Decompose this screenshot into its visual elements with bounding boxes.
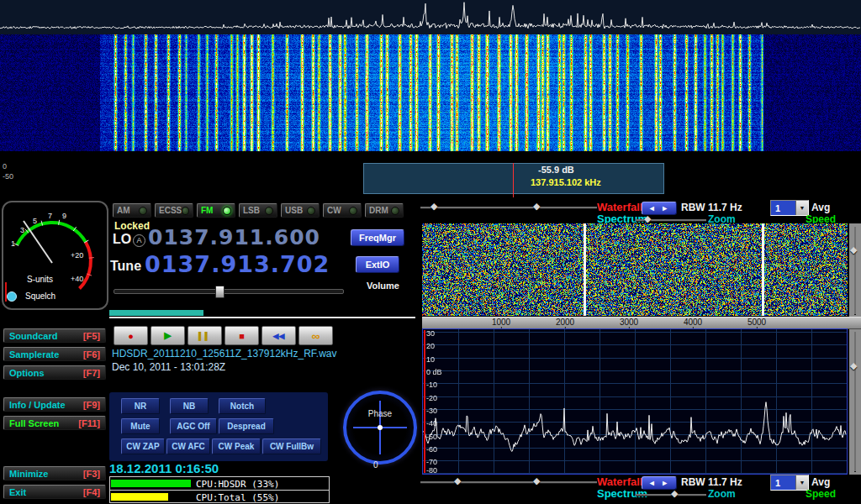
volume-slider[interactable] bbox=[114, 289, 344, 294]
lo-frequency-display[interactable]: 0137.911.600 bbox=[148, 225, 320, 249]
play-button[interactable]: ▶ bbox=[151, 326, 185, 345]
signal-level-bar bbox=[109, 310, 203, 316]
avg-select-value: 1 bbox=[771, 478, 795, 488]
locked-indicator: Locked bbox=[114, 220, 150, 232]
svg-text:1: 1 bbox=[11, 239, 15, 248]
lo-lock-badge[interactable]: A bbox=[133, 234, 145, 247]
info-update-button[interactable]: Info / Update [F9] bbox=[3, 397, 106, 412]
mode-button-ecss[interactable]: ECSS bbox=[155, 203, 193, 218]
agc-off-button[interactable]: AGC Off bbox=[170, 418, 217, 434]
mode-label: ECSS bbox=[159, 206, 182, 215]
waterfall-contrast-slider[interactable] bbox=[420, 481, 597, 483]
slider-handle-icon[interactable]: ◆ bbox=[850, 245, 857, 255]
svg-text:3: 3 bbox=[20, 226, 24, 234]
cw-peak-button[interactable]: CW Peak bbox=[212, 438, 261, 454]
stop-button[interactable]: ■ bbox=[224, 326, 259, 345]
avg-select-value: 1 bbox=[771, 203, 795, 213]
mode-label: USB bbox=[285, 206, 303, 215]
mode-label: DRM bbox=[369, 206, 388, 215]
svg-text:7: 7 bbox=[48, 212, 52, 220]
cpu-hdsdr-text: CPU:HDSDR (33%) bbox=[196, 479, 279, 490]
db-scale-tick: -70 bbox=[426, 459, 437, 466]
freq-tick: 2000 bbox=[556, 318, 574, 328]
db-scale-tick: -40 bbox=[426, 420, 437, 428]
volume-slider-handle[interactable] bbox=[215, 286, 224, 298]
mode-led-icon bbox=[391, 207, 399, 215]
db-scale-tick: -60 bbox=[426, 446, 437, 454]
exit-button[interactable]: Exit [F4] bbox=[3, 485, 106, 499]
svg-text:+40: +40 bbox=[71, 275, 83, 283]
cpu-total-bar bbox=[111, 493, 168, 501]
rf-waterfall[interactable] bbox=[422, 223, 848, 316]
record-button[interactable]: ● bbox=[114, 326, 148, 345]
mode-button-am[interactable]: AM bbox=[113, 203, 151, 218]
waterfall-tab[interactable]: Waterfall bbox=[597, 475, 642, 488]
tune-frequency-display[interactable]: 0137.913.702 bbox=[145, 251, 330, 277]
spectrum-v-slider[interactable] bbox=[854, 332, 856, 471]
s-meter: 1 3 5 7 9 +20 +40 S-units Squelch bbox=[2, 201, 108, 310]
mode-button-cw[interactable]: CW bbox=[323, 203, 362, 218]
extio-button[interactable]: ExtIO bbox=[356, 256, 399, 273]
spectrum-left-marker bbox=[424, 330, 425, 473]
cw-zap-button[interactable]: CW ZAP bbox=[121, 438, 165, 454]
freq-tick: 3000 bbox=[620, 318, 638, 328]
speed-label: Speed bbox=[806, 488, 836, 500]
slider-handle-icon[interactable]: ◆ bbox=[644, 214, 651, 223]
divider bbox=[110, 490, 329, 491]
cw-afc-button[interactable]: CW AFC bbox=[166, 438, 210, 454]
db-scale-tick: -20 bbox=[426, 395, 437, 402]
mini-spectrum-y-mid: -50 bbox=[3, 172, 13, 181]
rbw-label: RBW 11.7 Hz bbox=[681, 476, 742, 488]
fullscreen-button[interactable]: Full Screen [F11] bbox=[3, 416, 106, 430]
slider-handle-icon[interactable]: ◆ bbox=[533, 202, 540, 211]
freqmgr-button[interactable]: FreqMgr bbox=[351, 229, 404, 246]
s-meter-dial: 1 3 5 7 9 +20 +40 S-units Squelch bbox=[3, 202, 107, 308]
mode-button-fm[interactable]: FM bbox=[197, 203, 235, 218]
playback-position-line[interactable] bbox=[109, 317, 415, 318]
button-fkey: [F5] bbox=[83, 331, 100, 341]
rewind-button[interactable]: ◀◀ bbox=[261, 326, 296, 345]
passband-highlight[interactable] bbox=[363, 163, 664, 194]
playback-toolbar: ● ▶ ▌▌ ■ ◀◀ ∞ bbox=[114, 326, 333, 345]
slider-handle-icon[interactable]: ◆ bbox=[454, 476, 461, 486]
db-scale-tick: -30 bbox=[426, 407, 437, 415]
nb-button[interactable]: NB bbox=[170, 398, 209, 414]
lo-label: LO bbox=[113, 232, 131, 247]
avg-select[interactable]: 1 ▼ bbox=[770, 200, 809, 216]
squelch-handle bbox=[8, 292, 17, 302]
slider-handle-icon[interactable]: ◆ bbox=[533, 476, 540, 486]
slider-handle-icon[interactable]: ◆ bbox=[850, 361, 857, 370]
waterfall-frequency-scale[interactable]: 1000 2000 3000 4000 5000 bbox=[422, 317, 861, 329]
nr-button[interactable]: NR bbox=[121, 398, 160, 414]
slider-handle-icon[interactable]: ◆ bbox=[671, 489, 678, 498]
dsp-panel: NR NB Notch Mute AGC Off Despread CW ZAP… bbox=[109, 392, 328, 461]
mode-button-usb[interactable]: USB bbox=[281, 203, 320, 218]
loop-button[interactable]: ∞ bbox=[298, 326, 333, 345]
waterfall-v-slider[interactable] bbox=[854, 227, 856, 314]
mode-led-icon bbox=[349, 207, 357, 215]
mode-button-lsb[interactable]: LSB bbox=[239, 203, 277, 218]
despread-button[interactable]: Despread bbox=[219, 418, 274, 434]
rf-spectrum[interactable] bbox=[423, 329, 847, 474]
cw-fullbw-button[interactable]: CW FullBw bbox=[262, 438, 321, 454]
cpu-status-box: CPU:HDSDR (33%) CPU:Total (55%) bbox=[109, 476, 330, 503]
avg-select[interactable]: 1 ▼ bbox=[770, 475, 809, 491]
button-label: Soundcard bbox=[9, 331, 57, 341]
button-fkey: [F7] bbox=[83, 368, 100, 378]
mode-label: LSB bbox=[243, 206, 260, 215]
mini-spectrum[interactable] bbox=[0, 0, 861, 34]
rbw-label: RBW 11.7 Hz bbox=[681, 202, 742, 213]
cpu-total-text: CPU:Total (55%) bbox=[196, 492, 279, 503]
button-label: Full Screen bbox=[9, 418, 59, 428]
slider-handle-icon[interactable]: ◆ bbox=[430, 202, 437, 211]
notch-button[interactable]: Notch bbox=[219, 398, 266, 414]
options-button[interactable]: Options [F7] bbox=[3, 365, 106, 380]
soundcard-button[interactable]: Soundcard [F5] bbox=[3, 328, 106, 343]
minimize-button[interactable]: Minimize [F3] bbox=[3, 466, 106, 480]
pause-button[interactable]: ▌▌ bbox=[188, 326, 222, 345]
samplerate-button[interactable]: Samplerate [F6] bbox=[3, 347, 106, 361]
waterfall-contrast-slider[interactable] bbox=[420, 207, 597, 208]
mute-button[interactable]: Mute bbox=[121, 418, 160, 434]
mode-button-drm[interactable]: DRM bbox=[365, 203, 404, 218]
waterfall-tab[interactable]: Waterfall bbox=[597, 201, 642, 213]
